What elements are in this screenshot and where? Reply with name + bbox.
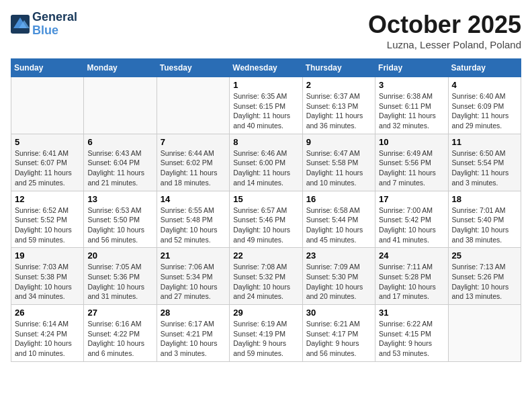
day-number: 9 <box>306 137 371 147</box>
calendar-cell: 31Sunrise: 6:22 AMSunset: 4:15 PMDayligh… <box>375 305 448 362</box>
day-info: Sunrise: 7:11 AMSunset: 5:28 PMDaylight:… <box>379 262 444 302</box>
day-number: 22 <box>233 250 298 261</box>
day-info: Sunrise: 6:47 AMSunset: 5:58 PMDaylight:… <box>306 148 371 188</box>
day-number: 8 <box>233 137 298 147</box>
day-number: 24 <box>379 250 444 261</box>
logo: General Blue <box>11 11 77 38</box>
day-number: 16 <box>306 194 371 204</box>
logo-line2: Blue <box>32 24 77 38</box>
weekday-header-sunday: Sunday <box>11 59 84 77</box>
calendar-cell: 22Sunrise: 7:08 AMSunset: 5:32 PMDayligh… <box>230 248 302 305</box>
calendar-cell: 25Sunrise: 7:13 AMSunset: 5:26 PMDayligh… <box>448 248 521 305</box>
day-number: 1 <box>233 80 298 90</box>
day-number: 19 <box>15 250 80 261</box>
week-row-1: 1Sunrise: 6:35 AMSunset: 6:15 PMDaylight… <box>11 77 521 134</box>
calendar-cell: 18Sunrise: 7:01 AMSunset: 5:40 PMDayligh… <box>448 191 521 248</box>
calendar-cell: 20Sunrise: 7:05 AMSunset: 5:36 PMDayligh… <box>84 248 157 305</box>
day-info: Sunrise: 6:53 AMSunset: 5:50 PMDaylight:… <box>87 205 152 245</box>
day-number: 2 <box>306 80 371 90</box>
calendar-cell: 14Sunrise: 6:55 AMSunset: 5:48 PMDayligh… <box>157 191 229 248</box>
title-block: October 2025 Luzna, Lesser Poland, Polan… <box>368 11 521 50</box>
day-info: Sunrise: 6:37 AMSunset: 6:13 PMDaylight:… <box>306 91 371 131</box>
day-info: Sunrise: 7:13 AMSunset: 5:26 PMDaylight:… <box>452 262 517 302</box>
day-info: Sunrise: 6:57 AMSunset: 5:46 PMDaylight:… <box>233 205 298 245</box>
day-number: 27 <box>87 308 152 318</box>
logo-line1: General <box>32 11 77 24</box>
calendar-cell: 19Sunrise: 7:03 AMSunset: 5:38 PMDayligh… <box>11 248 84 305</box>
calendar-cell <box>11 77 84 134</box>
weekday-header-wednesday: Wednesday <box>230 59 302 77</box>
weekday-header-friday: Friday <box>375 59 448 77</box>
day-info: Sunrise: 7:03 AMSunset: 5:38 PMDaylight:… <box>15 262 80 302</box>
calendar-cell: 21Sunrise: 7:06 AMSunset: 5:34 PMDayligh… <box>157 248 229 305</box>
day-number: 30 <box>306 308 371 318</box>
calendar-cell: 30Sunrise: 6:21 AMSunset: 4:17 PMDayligh… <box>302 305 375 362</box>
day-info: Sunrise: 7:00 AMSunset: 5:42 PMDaylight:… <box>379 205 444 245</box>
calendar-cell: 23Sunrise: 7:09 AMSunset: 5:30 PMDayligh… <box>302 248 375 305</box>
day-info: Sunrise: 6:16 AMSunset: 4:22 PMDaylight:… <box>87 319 152 359</box>
day-info: Sunrise: 6:41 AMSunset: 6:07 PMDaylight:… <box>15 148 80 188</box>
calendar-cell: 10Sunrise: 6:49 AMSunset: 5:56 PMDayligh… <box>375 134 448 191</box>
day-number: 14 <box>161 194 226 204</box>
day-number: 23 <box>306 250 371 261</box>
calendar-cell: 9Sunrise: 6:47 AMSunset: 5:58 PMDaylight… <box>302 134 375 191</box>
calendar-cell: 12Sunrise: 6:52 AMSunset: 5:52 PMDayligh… <box>11 191 84 248</box>
weekday-header-row: SundayMondayTuesdayWednesdayThursdayFrid… <box>11 59 521 77</box>
day-info: Sunrise: 6:49 AMSunset: 5:56 PMDaylight:… <box>379 148 444 188</box>
calendar-cell: 27Sunrise: 6:16 AMSunset: 4:22 PMDayligh… <box>84 305 157 362</box>
day-info: Sunrise: 7:05 AMSunset: 5:36 PMDaylight:… <box>87 262 152 302</box>
day-number: 20 <box>87 250 152 261</box>
day-info: Sunrise: 6:58 AMSunset: 5:44 PMDaylight:… <box>306 205 371 245</box>
day-info: Sunrise: 6:46 AMSunset: 6:00 PMDaylight:… <box>233 148 298 188</box>
day-info: Sunrise: 6:52 AMSunset: 5:52 PMDaylight:… <box>15 205 80 245</box>
day-number: 4 <box>452 80 517 90</box>
day-number: 26 <box>15 308 80 318</box>
location: Luzna, Lesser Poland, Poland <box>368 39 521 50</box>
weekday-header-saturday: Saturday <box>448 59 521 77</box>
calendar-cell: 8Sunrise: 6:46 AMSunset: 6:00 PMDaylight… <box>230 134 302 191</box>
day-number: 13 <box>87 194 152 204</box>
calendar-cell: 3Sunrise: 6:38 AMSunset: 6:11 PMDaylight… <box>375 77 448 134</box>
page-header: General Blue October 2025 Luzna, Lesser … <box>11 11 521 50</box>
day-info: Sunrise: 6:44 AMSunset: 6:02 PMDaylight:… <box>161 148 226 188</box>
week-row-5: 26Sunrise: 6:14 AMSunset: 4:24 PMDayligh… <box>11 305 521 362</box>
week-row-3: 12Sunrise: 6:52 AMSunset: 5:52 PMDayligh… <box>11 191 521 248</box>
calendar-cell: 15Sunrise: 6:57 AMSunset: 5:46 PMDayligh… <box>230 191 302 248</box>
calendar-cell: 16Sunrise: 6:58 AMSunset: 5:44 PMDayligh… <box>302 191 375 248</box>
calendar-cell: 11Sunrise: 6:50 AMSunset: 5:54 PMDayligh… <box>448 134 521 191</box>
day-info: Sunrise: 7:08 AMSunset: 5:32 PMDaylight:… <box>233 262 298 302</box>
calendar-cell <box>157 77 229 134</box>
week-row-4: 19Sunrise: 7:03 AMSunset: 5:38 PMDayligh… <box>11 248 521 305</box>
day-number: 7 <box>161 137 226 147</box>
day-info: Sunrise: 6:40 AMSunset: 6:09 PMDaylight:… <box>452 91 517 131</box>
day-number: 31 <box>379 308 444 318</box>
day-number: 6 <box>87 137 152 147</box>
logo-icon <box>11 15 30 34</box>
calendar-cell: 6Sunrise: 6:43 AMSunset: 6:04 PMDaylight… <box>84 134 157 191</box>
day-number: 18 <box>452 194 517 204</box>
day-number: 5 <box>15 137 80 147</box>
day-info: Sunrise: 7:09 AMSunset: 5:30 PMDaylight:… <box>306 262 371 302</box>
day-info: Sunrise: 6:50 AMSunset: 5:54 PMDaylight:… <box>452 148 517 188</box>
day-number: 10 <box>379 137 444 147</box>
week-row-2: 5Sunrise: 6:41 AMSunset: 6:07 PMDaylight… <box>11 134 521 191</box>
day-info: Sunrise: 6:14 AMSunset: 4:24 PMDaylight:… <box>15 319 80 359</box>
month-title: October 2025 <box>368 11 521 39</box>
day-number: 12 <box>15 194 80 204</box>
day-info: Sunrise: 6:17 AMSunset: 4:21 PMDaylight:… <box>161 319 226 359</box>
day-info: Sunrise: 7:06 AMSunset: 5:34 PMDaylight:… <box>161 262 226 302</box>
calendar-cell: 2Sunrise: 6:37 AMSunset: 6:13 PMDaylight… <box>302 77 375 134</box>
calendar-table: SundayMondayTuesdayWednesdayThursdayFrid… <box>11 58 521 362</box>
calendar-cell: 5Sunrise: 6:41 AMSunset: 6:07 PMDaylight… <box>11 134 84 191</box>
calendar-cell: 26Sunrise: 6:14 AMSunset: 4:24 PMDayligh… <box>11 305 84 362</box>
day-info: Sunrise: 6:38 AMSunset: 6:11 PMDaylight:… <box>379 91 444 131</box>
day-info: Sunrise: 6:43 AMSunset: 6:04 PMDaylight:… <box>87 148 152 188</box>
day-number: 25 <box>452 250 517 261</box>
day-info: Sunrise: 6:55 AMSunset: 5:48 PMDaylight:… <box>161 205 226 245</box>
day-info: Sunrise: 7:01 AMSunset: 5:40 PMDaylight:… <box>452 205 517 245</box>
weekday-header-tuesday: Tuesday <box>157 59 229 77</box>
day-info: Sunrise: 6:21 AMSunset: 4:17 PMDaylight:… <box>306 319 371 359</box>
calendar-cell: 28Sunrise: 6:17 AMSunset: 4:21 PMDayligh… <box>157 305 229 362</box>
day-number: 3 <box>379 80 444 90</box>
weekday-header-monday: Monday <box>84 59 157 77</box>
